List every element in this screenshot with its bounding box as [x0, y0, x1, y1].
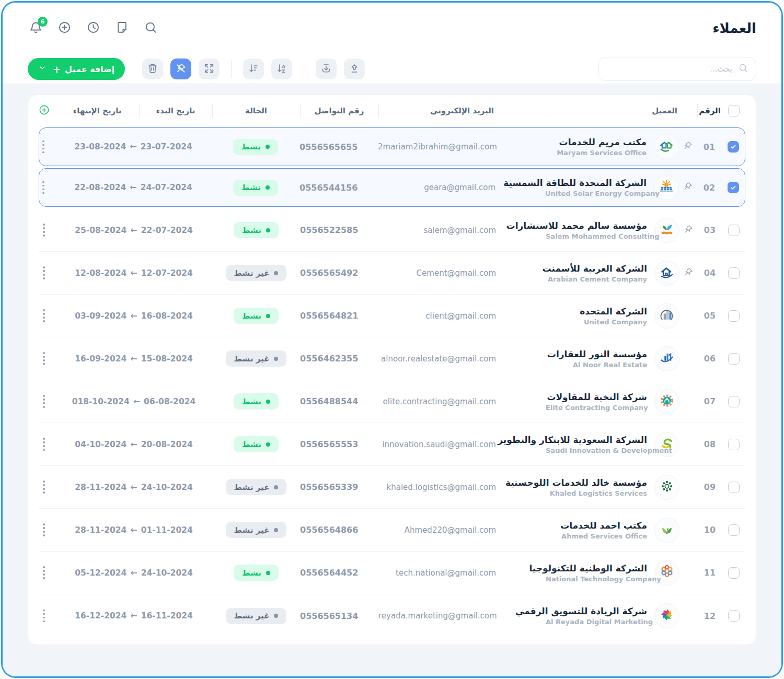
kebab-menu[interactable] — [41, 564, 47, 581]
search-input[interactable] — [606, 64, 733, 74]
pin-cell — [679, 224, 697, 237]
kebab-cell — [32, 179, 55, 196]
table-row[interactable]: 07 شركة النخبة للمقاولات Elite Contracti… — [39, 380, 745, 423]
client-email: innovation.saudi@gmail.com — [378, 440, 546, 449]
expand-button[interactable] — [199, 58, 220, 79]
table-row[interactable]: 11 الشركة الوطنية للتكنولوجيا National T… — [39, 552, 745, 594]
kebab-cell — [32, 436, 55, 453]
kebab-menu[interactable] — [41, 393, 47, 410]
row-checkbox[interactable] — [728, 310, 740, 322]
kebab-cell — [32, 221, 55, 239]
table-row[interactable]: 09 مؤسسة خالد للخدمات اللوجستية Khaled L… — [39, 466, 745, 509]
date-arrow: ← — [130, 225, 137, 235]
table-row[interactable]: 01 مكتب مريم للخدمات Maryam Services Off… — [39, 127, 745, 166]
start-date: 24-10-2024 — [141, 568, 193, 578]
row-checkbox[interactable] — [728, 610, 740, 622]
column-header-number[interactable]: الرقم — [697, 96, 722, 125]
row-checkbox[interactable] — [728, 396, 740, 407]
status-cell: نشط — [212, 436, 300, 452]
pin-icon[interactable] — [683, 181, 693, 194]
sort-descending-button[interactable] — [243, 58, 264, 79]
notifications-button[interactable]: 6 — [28, 20, 43, 36]
date-arrow: ← — [130, 142, 136, 151]
column-header-start-date[interactable]: تاريخ البدء — [139, 96, 212, 125]
contract-dates: 05-12-2024 ← 24-10-2024 — [55, 568, 212, 578]
table-row[interactable]: 03 مؤسسة سالم محمد للاستشارات Salem Moha… — [39, 209, 745, 252]
client-email: 2mariam2ibrahim@gmail.com — [378, 142, 545, 151]
pin-icon[interactable] — [683, 141, 693, 153]
row-checkbox[interactable] — [728, 141, 739, 153]
table-row[interactable]: 12 شركة الريادة للتسويق الرقمي Al Reyada… — [39, 594, 745, 637]
status-dot — [274, 357, 278, 361]
client-name-arabic: الشركة المتحدة للطاقة الشمسية — [545, 178, 647, 188]
table-row[interactable]: 08 الشركة السعودية للابتكار والتطوير Sau… — [39, 423, 745, 466]
delete-button[interactable] — [142, 58, 163, 79]
row-checkbox[interactable] — [728, 353, 740, 365]
avatar — [654, 603, 679, 628]
row-checkbox[interactable] — [728, 482, 740, 493]
row-checkbox-cell — [722, 141, 745, 153]
client-logo-icon — [659, 350, 675, 368]
row-checkbox[interactable] — [728, 182, 739, 193]
client-name-arabic: مكتب مريم للخدمات — [557, 137, 647, 147]
pin-icon[interactable] — [683, 224, 694, 237]
kebab-menu[interactable] — [41, 307, 47, 324]
column-header-end-date[interactable]: تاريخ الإنتهاء — [55, 96, 139, 125]
row-checkbox[interactable] — [728, 267, 740, 279]
kebab-menu[interactable] — [41, 350, 47, 367]
upload-button[interactable] — [344, 58, 365, 79]
kebab-menu[interactable] — [41, 521, 47, 538]
pin-icon[interactable] — [683, 267, 694, 279]
column-header-email[interactable]: البريد الإلكتروني — [378, 96, 546, 125]
row-checkbox-cell — [722, 310, 745, 322]
download-button[interactable] — [316, 58, 337, 79]
table-row[interactable]: 02 الشركة المتحدة للطاقة الشمسية United … — [39, 168, 745, 207]
avatar — [654, 303, 679, 329]
column-header-client[interactable]: العميل — [546, 96, 697, 125]
quick-add-button[interactable] — [56, 20, 72, 36]
kebab-menu[interactable] — [41, 607, 47, 625]
column-header-status[interactable]: الحالة — [212, 96, 300, 125]
select-all-checkbox[interactable] — [728, 105, 740, 116]
row-checkbox[interactable] — [728, 567, 740, 579]
status-label: غير نشط — [234, 525, 270, 535]
client-names: مكتب احمد للخدمات Ahmed Services Office — [560, 520, 647, 540]
add-client-button[interactable]: إضافة عميل + — [28, 58, 125, 80]
pin-cell — [679, 181, 697, 194]
kebab-cell — [32, 393, 55, 410]
table-row[interactable]: 04 الشركة العربية للأسمنت Arabian Cement… — [39, 252, 745, 295]
row-checkbox[interactable] — [728, 225, 740, 236]
client-name-arabic: الشركة السعودية للابتكار والتطوير — [546, 435, 647, 445]
table-header: الرقم العميل البريد الإلكتروني رقم التوا… — [39, 96, 745, 125]
status-label: غير نشط — [234, 354, 270, 364]
status-label: غير نشط — [234, 611, 270, 621]
kebab-menu[interactable] — [40, 138, 47, 156]
contract-dates: 12-08-2024 ← 12-07-2024 — [55, 268, 212, 278]
kebab-menu[interactable] — [41, 478, 47, 496]
row-checkbox-cell — [722, 225, 745, 236]
kebab-menu[interactable] — [41, 221, 47, 239]
kebab-menu[interactable] — [41, 436, 47, 453]
history-button[interactable] — [85, 20, 101, 36]
end-date: 16-09-2024 — [75, 354, 126, 364]
notes-button[interactable] — [114, 20, 130, 36]
add-column-button[interactable] — [38, 104, 50, 118]
unpin-button[interactable] — [170, 58, 191, 79]
sort-alphabetical-button[interactable]: AZ — [271, 58, 292, 79]
row-checkbox[interactable] — [728, 524, 740, 536]
kebab-menu[interactable] — [40, 179, 47, 196]
chevron-down-icon — [38, 64, 47, 74]
notification-badge: 6 — [38, 17, 48, 27]
client-name-arabic: الشركة المتحدة — [580, 306, 647, 317]
table-row[interactable]: 05 الشركة المتحدة United Company client@… — [39, 295, 745, 337]
table-row[interactable]: 06 مؤسسة النور للعقارات Al Noor Real Est… — [39, 337, 745, 380]
row-checkbox[interactable] — [728, 439, 740, 450]
global-search-button[interactable] — [143, 20, 158, 36]
client-logo-icon — [659, 607, 675, 625]
client-name-english: Elite Contracting Company — [546, 404, 647, 412]
column-header-phone[interactable]: رقم التواصل — [300, 96, 378, 125]
table-row[interactable]: 10 مكتب احمد للخدمات Ahmed Services Offi… — [39, 509, 745, 552]
status-cell: نشط — [212, 139, 299, 155]
avatar — [654, 389, 679, 414]
kebab-menu[interactable] — [41, 264, 47, 282]
